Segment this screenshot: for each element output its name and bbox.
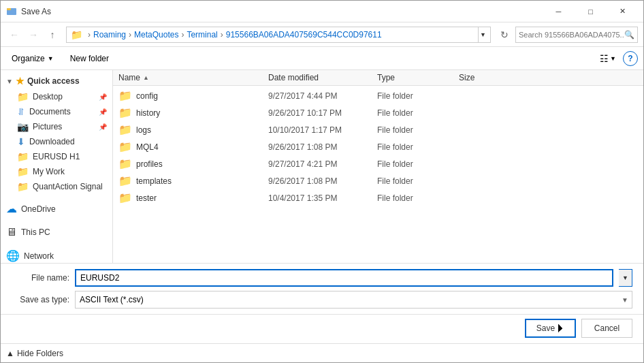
collapse-arrow-icon: ▼: [6, 78, 13, 85]
save-type-select[interactable]: ASCII Text (*.csv): [75, 291, 632, 309]
file-folder-icon: 📁: [118, 140, 132, 153]
bottom-bar: File name: ▼ Save as type: ASCII Text (*…: [1, 263, 643, 314]
main-area: ▼ ★ Quick access 📁 Desktop 📌 ⥯ Documents…: [1, 70, 643, 263]
sidebar-item-downloaded[interactable]: ⬇ Downloaded: [1, 134, 112, 149]
sidebar-item-quantaction[interactable]: 📁 QuantAction Signal: [1, 179, 112, 194]
file-folder-icon: 📁: [118, 123, 132, 136]
search-icon: 🔍: [624, 30, 634, 40]
dialog-title: Save As: [21, 7, 543, 16]
search-input[interactable]: [519, 31, 624, 39]
table-row[interactable]: 📁 profiles 9/27/2017 4:21 PM File folder: [113, 155, 643, 172]
help-button[interactable]: ?: [623, 51, 638, 66]
table-row[interactable]: 📁 MQL4 9/26/2017 1:08 PM File folder: [113, 138, 643, 155]
folder-eurusd-icon: 📁: [17, 151, 29, 162]
file-name-label: File name:: [12, 273, 69, 283]
folder-downloaded-icon: ⬇: [17, 136, 25, 147]
title-bar: Save As ─ □ ✕: [1, 1, 643, 22]
file-list-area: Name ▲ Date modified Type Size 📁 config …: [113, 70, 643, 263]
quick-access-label: Quick access: [27, 76, 80, 86]
window-controls: ─ □ ✕: [543, 1, 638, 22]
action-buttons-row: Save Cancel: [1, 314, 643, 343]
search-box[interactable]: 🔍: [515, 27, 638, 43]
onedrive-icon: ☁: [6, 202, 17, 215]
file-folder-icon: 📁: [118, 174, 132, 187]
organize-toolbar: Organize ▼ New folder ☷ ▼ ?: [1, 47, 643, 70]
pin-icon: 📌: [99, 93, 107, 101]
quick-access-header[interactable]: ▼ ★ Quick access: [1, 73, 112, 89]
save-type-row: Save as type: ASCII Text (*.csv) ▼: [12, 291, 632, 309]
breadcrumb-current[interactable]: 915566BA06ADA407569C544CC0D97611: [226, 30, 382, 40]
organize-dropdown-arrow: ▼: [48, 55, 54, 62]
cursor-icon: [558, 324, 564, 333]
file-name-dropdown[interactable]: ▼: [619, 269, 632, 287]
maximize-button[interactable]: □: [575, 1, 606, 22]
sidebar-item-network[interactable]: 🌐 Network: [1, 247, 112, 263]
thispc-icon: 🖥: [6, 226, 17, 238]
file-name-row: File name: ▼: [12, 269, 632, 287]
refresh-button[interactable]: ↻: [496, 27, 513, 43]
view-grid-icon: ☷: [600, 53, 609, 64]
folder-pictures-icon: 📷: [17, 121, 29, 132]
sidebar-item-thispc[interactable]: 🖥 This PC: [1, 223, 112, 241]
folder-desktop-icon: 📁: [17, 91, 29, 102]
hide-folders-row: ▲ Hide Folders: [1, 343, 643, 362]
col-date-header[interactable]: Date modified: [268, 73, 377, 82]
thispc-label: This PC: [21, 227, 50, 237]
table-row[interactable]: 📁 history 9/26/2017 10:17 PM File folder: [113, 104, 643, 121]
file-folder-icon: 📁: [118, 89, 132, 102]
file-folder-icon: 📁: [118, 157, 132, 170]
view-button[interactable]: ☷ ▼: [596, 52, 620, 65]
dialog-icon: [6, 6, 17, 17]
new-folder-button[interactable]: New folder: [65, 52, 114, 65]
breadcrumb-roaming[interactable]: Roaming: [93, 30, 126, 40]
pin-icon-documents: 📌: [99, 108, 107, 116]
back-button: ←: [6, 27, 22, 43]
save-as-type-label: Save as type:: [12, 295, 69, 304]
sidebar-item-documents[interactable]: ⥯ Documents 📌: [1, 104, 112, 119]
sidebar-item-eurusd[interactable]: 📁 EURUSD H1: [1, 149, 112, 164]
sidebar-item-onedrive[interactable]: ☁ OneDrive: [1, 200, 112, 218]
table-row[interactable]: 📁 config 9/27/2017 4:44 PM File folder: [113, 87, 643, 104]
col-type-header[interactable]: Type: [377, 73, 459, 82]
breadcrumb-terminal[interactable]: Terminal: [187, 30, 217, 40]
breadcrumb-dropdown[interactable]: ▼: [478, 27, 487, 42]
sidebar-item-desktop[interactable]: 📁 Desktop 📌: [1, 89, 112, 104]
breadcrumb[interactable]: 📁 › Roaming › MetaQuotes › Terminal › 91…: [66, 27, 491, 43]
close-button[interactable]: ✕: [607, 1, 638, 22]
network-label: Network: [24, 251, 54, 261]
sort-arrow-icon: ▲: [143, 74, 149, 81]
folder-mywork-icon: 📁: [17, 166, 29, 177]
hide-folders-button[interactable]: ▲ Hide Folders: [6, 349, 63, 358]
file-list-header: Name ▲ Date modified Type Size: [113, 70, 643, 86]
nav-toolbar: ← → ↑ 📁 › Roaming › MetaQuotes › Termina…: [1, 22, 643, 47]
file-folder-icon: 📁: [118, 106, 132, 119]
file-name-input[interactable]: [75, 269, 613, 287]
save-type-wrapper: ASCII Text (*.csv) ▼: [75, 291, 632, 309]
table-row[interactable]: 📁 templates 9/26/2017 1:08 PM File folde…: [113, 172, 643, 189]
breadcrumb-metaquotes[interactable]: MetaQuotes: [134, 30, 178, 40]
sidebar-item-mywork[interactable]: 📁 My Work: [1, 164, 112, 179]
folder-quantaction-icon: 📁: [17, 181, 29, 192]
file-list: 📁 config 9/27/2017 4:44 PM File folder 📁…: [113, 86, 643, 263]
save-button[interactable]: Save: [525, 319, 576, 338]
sidebar: ▼ ★ Quick access 📁 Desktop 📌 ⥯ Documents…: [1, 70, 113, 263]
file-folder-icon: 📁: [118, 191, 132, 204]
col-size-header[interactable]: Size: [459, 73, 513, 82]
svg-rect-1: [7, 8, 11, 10]
forward-button: →: [25, 27, 42, 43]
up-button[interactable]: ↑: [44, 27, 61, 43]
folder-documents-icon: ⥯: [17, 106, 25, 117]
table-row[interactable]: 📁 logs 10/10/2017 1:17 PM File folder: [113, 121, 643, 138]
pin-icon-pictures: 📌: [99, 123, 107, 131]
onedrive-label: OneDrive: [21, 204, 56, 214]
col-name-header[interactable]: Name ▲: [118, 73, 268, 82]
cancel-button[interactable]: Cancel: [581, 319, 632, 338]
view-dropdown-arrow: ▼: [610, 55, 616, 62]
save-as-dialog: Save As ─ □ ✕ ← → ↑ 📁 › Roaming › MetaQu…: [0, 0, 644, 363]
sidebar-item-pictures[interactable]: 📷 Pictures 📌: [1, 119, 112, 134]
organize-button[interactable]: Organize ▼: [6, 52, 59, 65]
table-row[interactable]: 📁 tester 10/4/2017 1:35 PM File folder: [113, 189, 643, 206]
collapse-icon: ▲: [6, 349, 14, 358]
network-icon: 🌐: [6, 249, 20, 262]
minimize-button[interactable]: ─: [543, 1, 574, 22]
